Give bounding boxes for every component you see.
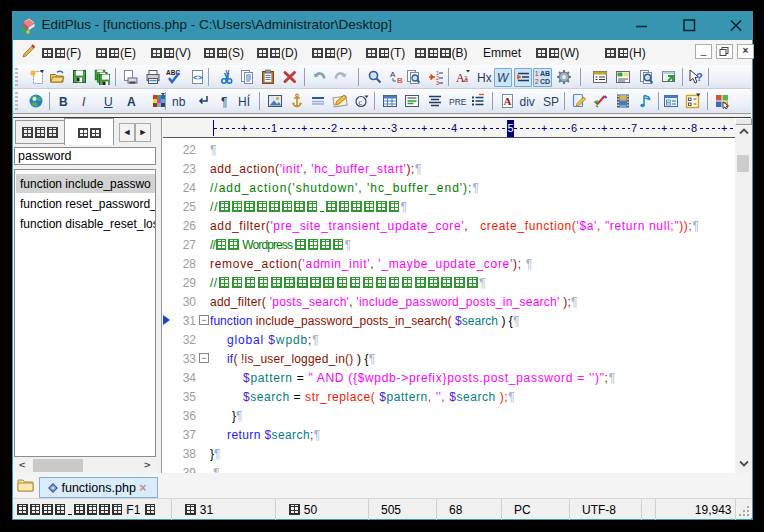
svg-text:ã: ã <box>464 74 468 84</box>
svg-text:A: A <box>503 95 511 107</box>
svg-text:3: 3 <box>436 80 439 85</box>
svg-text:A: A <box>390 70 396 79</box>
svg-text:CD: CD <box>540 78 550 85</box>
svg-text:B: B <box>397 76 403 85</box>
svg-text:2: 2 <box>535 78 539 85</box>
svg-text:c: c <box>358 98 362 107</box>
svg-text:1: 1 <box>535 70 539 77</box>
svg-text:AB: AB <box>540 70 550 77</box>
svg-text:<>: <> <box>193 73 203 82</box>
svg-text:?: ? <box>696 71 703 83</box>
